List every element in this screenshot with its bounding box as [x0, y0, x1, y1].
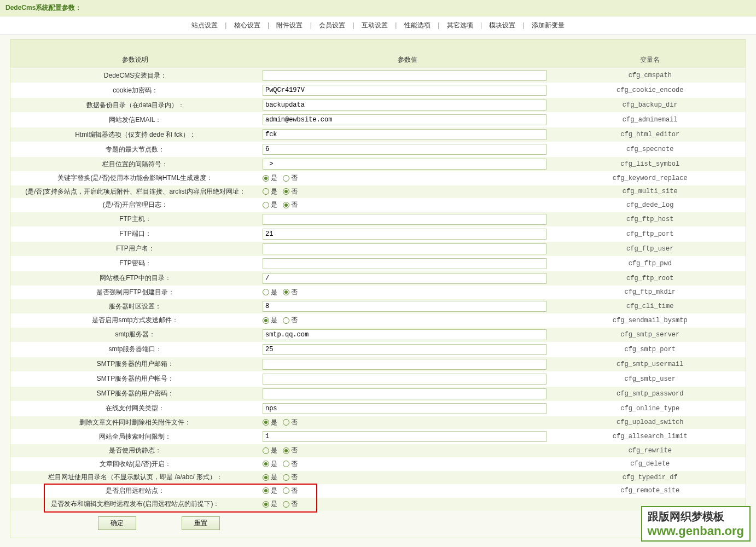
radio-ftpmkdir-yes[interactable]: 是: [263, 288, 277, 297]
param-label-smtppwd: SMTP服务器的用户密码：: [10, 386, 260, 401]
var-upswitch: cfg_upload_switch: [555, 416, 746, 429]
row-dedelog: (是/否)开启管理日志：是否cfg_dede_log: [10, 199, 746, 212]
var-specnote: cfg_specnote: [555, 142, 746, 157]
input-smtpmail[interactable]: [263, 359, 546, 370]
tab-3[interactable]: 会员设置: [313, 21, 351, 29]
th-param: 参数说明: [10, 52, 260, 68]
radio-upswitch-yes[interactable]: 是: [263, 418, 277, 427]
row-smtppwd: SMTP服务器的用户密码：cfg_smtp_password: [10, 386, 746, 401]
param-label-ftpport: FTP端口：: [10, 226, 260, 241]
radio-smtpen-yes[interactable]: 是: [263, 316, 277, 325]
input-ftpuser[interactable]: [263, 243, 546, 254]
param-label-kwrep: 关键字替换(是/否)使用本功能会影响HTML生成速度：: [10, 172, 260, 185]
tab-5[interactable]: 性能选项: [399, 21, 436, 29]
param-label-typedir: 栏目网址使用目录名（不显示默认页，即是 /a/abc/ 形式）：: [10, 471, 260, 485]
var-rewrite: cfg_rewrite: [555, 444, 746, 458]
row-editor: Html编辑器选项（仅支持 dede 和 fck）：cfg_html_edito…: [10, 127, 746, 142]
input-cmspath[interactable]: [263, 70, 546, 81]
radio-rewrite-yes[interactable]: 是: [263, 446, 277, 455]
row-multi: (是/否)支持多站点，开启此项后附件、栏目连接、arclist内容启用绝对网址：…: [10, 185, 746, 199]
tab-8[interactable]: 添加新变量: [526, 21, 570, 29]
param-label-editor: Html编辑器选项（仅支持 dede 和 fck）：: [10, 127, 260, 142]
radio-smtpen-no[interactable]: 否: [283, 316, 298, 325]
row-smtpport: smtp服务器端口：cfg_smtp_port: [10, 342, 746, 357]
radio-upswitch-no[interactable]: 否: [283, 418, 298, 427]
submit-button[interactable]: 确定: [98, 516, 136, 530]
input-ftproot[interactable]: [263, 273, 546, 284]
row-remote: 是否启用远程站点：是否cfg_remote_site: [10, 484, 746, 498]
radio-dedelog-yes[interactable]: 是: [263, 200, 277, 210]
input-allsearch[interactable]: [263, 431, 546, 442]
radio-delete-no[interactable]: 否: [283, 459, 298, 469]
radio-ftpmkdir-no[interactable]: 否: [283, 288, 298, 297]
input-email[interactable]: [263, 114, 546, 125]
tab-2[interactable]: 附件设置: [271, 21, 308, 29]
tab-6[interactable]: 其它选项: [441, 21, 479, 29]
radio-kwrep-yes[interactable]: 是: [263, 173, 277, 183]
var-editor: cfg_html_editor: [555, 127, 746, 142]
page-title: DedeCms系统配置参数：: [5, 4, 82, 11]
input-ftppwd[interactable]: [263, 258, 546, 269]
param-label-ftpuser: FTP用户名：: [10, 241, 260, 256]
input-clitime[interactable]: [263, 301, 546, 312]
row-online: 在线支付网关类型：cfg_online_type: [10, 401, 746, 416]
radio-remote-yes[interactable]: 是: [263, 486, 277, 496]
var-kwrep: cfg_keyword_replace: [555, 172, 746, 185]
radio-remotepub-no[interactable]: 否: [283, 499, 298, 509]
input-smtppwd[interactable]: [263, 388, 546, 399]
var-ftphost: cfg_ftp_host: [555, 212, 746, 226]
input-online[interactable]: [263, 403, 546, 414]
radio-remotepub-yes[interactable]: 是: [263, 499, 277, 509]
row-rewrite: 是否使用伪静态：是否cfg_rewrite: [10, 444, 746, 458]
radio-multi-yes[interactable]: 是: [263, 187, 277, 196]
radio-dedelog-no[interactable]: 否: [283, 200, 298, 210]
var-multi: cfg_multi_site: [555, 185, 746, 199]
config-table: 参数说明 参数值 变量名 DedeCMS安装目录：cfg_cmspathcook…: [10, 52, 746, 511]
var-smtpen: cfg_sendmail_bysmtp: [555, 314, 746, 328]
input-editor[interactable]: [263, 129, 546, 140]
row-backup: 数据备份目录（在data目录内）：cfg_backup_dir: [10, 98, 746, 113]
input-specnote[interactable]: [263, 144, 546, 155]
watermark: 跟版网织梦模板 www.genban.org: [641, 506, 751, 542]
var-smtpmail: cfg_smtp_usermail: [555, 357, 746, 371]
row-ftproot: 网站根在FTP中的目录：cfg_ftp_root: [10, 271, 746, 286]
th-var: 变量名: [555, 52, 746, 68]
radio-remote-no[interactable]: 否: [283, 486, 298, 496]
input-ftphost[interactable]: [263, 214, 546, 225]
tab-1[interactable]: 核心设置: [229, 21, 266, 29]
param-label-ftproot: 网站根在FTP中的目录：: [10, 271, 260, 286]
radio-multi-no[interactable]: 否: [283, 187, 298, 196]
var-email: cfg_adminemail: [555, 113, 746, 127]
tab-0[interactable]: 站点设置: [186, 21, 223, 29]
input-listsym[interactable]: [263, 159, 546, 170]
radio-delete-yes[interactable]: 是: [263, 459, 277, 469]
var-ftpuser: cfg_ftp_user: [555, 241, 746, 256]
row-remotepub: 是否发布和编辑文档时远程发布(启用远程站点的前提下)：是否: [10, 498, 746, 511]
row-ftpport: FTP端口：cfg_ftp_port: [10, 226, 746, 241]
var-smtppwd: cfg_smtp_password: [555, 386, 746, 401]
input-cookie[interactable]: [263, 85, 546, 96]
button-row: 确定 重置: [10, 511, 746, 538]
param-label-ftphost: FTP主机：: [10, 212, 260, 226]
reset-button[interactable]: 重置: [182, 516, 220, 530]
tab-4[interactable]: 互动设置: [356, 21, 393, 29]
input-smtpacc[interactable]: [263, 374, 546, 385]
input-backup[interactable]: [263, 100, 546, 110]
input-smtpport[interactable]: [263, 344, 546, 355]
row-cmspath: DedeCMS安装目录：cfg_cmspath: [10, 68, 746, 83]
var-remote: cfg_remote_site: [555, 484, 746, 498]
radio-kwrep-no[interactable]: 否: [283, 173, 298, 183]
tab-bar: 站点设置 | 核心设置 | 附件设置 | 会员设置 | 互动设置 | 性能选项 …: [0, 16, 756, 35]
input-ftpport[interactable]: [263, 229, 546, 240]
param-label-clitime: 服务器时区设置：: [10, 299, 260, 314]
radio-typedir-no[interactable]: 否: [283, 473, 298, 482]
param-label-smtpen: 是否启用smtp方式发送邮件：: [10, 314, 260, 328]
row-smtpen: 是否启用smtp方式发送邮件：是否cfg_sendmail_bysmtp: [10, 314, 746, 328]
row-delete: 文章回收站(是/否)开启：是否cfg_delete: [10, 457, 746, 471]
radio-rewrite-no[interactable]: 否: [283, 446, 298, 455]
param-label-remotepub: 是否发布和编辑文档时远程发布(启用远程站点的前提下)：: [10, 498, 260, 511]
var-delete: cfg_delete: [555, 457, 746, 471]
radio-typedir-yes[interactable]: 是: [263, 473, 277, 482]
tab-7[interactable]: 模块设置: [484, 21, 521, 29]
input-smtpserver[interactable]: [263, 329, 546, 340]
